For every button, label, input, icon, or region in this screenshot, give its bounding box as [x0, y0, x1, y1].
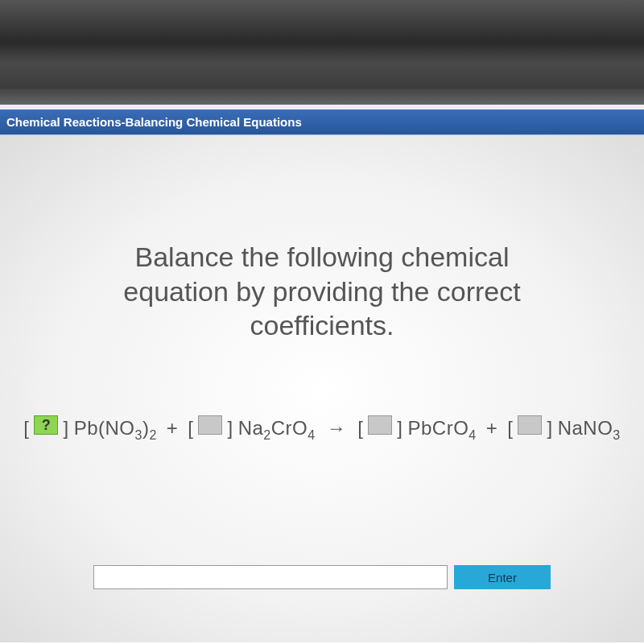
instruction-text: Balance the following chemical equation … — [123, 240, 520, 343]
species-4: NaNO3 — [558, 417, 621, 443]
coefficient-input-1[interactable] — [34, 415, 58, 435]
device-bezel-top — [0, 0, 644, 105]
content-area: Balance the following chemical equation … — [0, 135, 644, 642]
chemical-equation: [ ] Pb(NO3)2 + [ ] Na2CrO4 → [ ] PbCrO4 … — [23, 415, 620, 443]
window-title-bar: Chemical Reactions-Balancing Chemical Eq… — [0, 109, 644, 135]
answer-input[interactable] — [93, 565, 448, 589]
app-window: Chemical Reactions-Balancing Chemical Eq… — [0, 105, 644, 644]
species-2: Na2CrO4 — [238, 417, 316, 443]
species-1: Pb(NO3)2 — [74, 417, 157, 443]
instruction-line-2: equation by providing the correct — [123, 275, 520, 309]
instruction-line-1: Balance the following chemical — [123, 240, 520, 275]
answer-row: Enter — [93, 565, 551, 589]
reaction-arrow: → — [320, 417, 353, 440]
plus-2: + — [481, 417, 503, 440]
enter-button[interactable]: Enter — [454, 565, 551, 589]
species-3: PbCrO4 — [408, 417, 477, 443]
coefficient-input-4[interactable] — [518, 415, 542, 435]
plus-1: + — [162, 417, 184, 440]
instruction-line-3: coefficients. — [123, 308, 520, 343]
window-title: Chemical Reactions-Balancing Chemical Eq… — [6, 115, 302, 129]
coefficient-input-2[interactable] — [198, 415, 222, 435]
coefficient-input-3[interactable] — [368, 415, 392, 435]
